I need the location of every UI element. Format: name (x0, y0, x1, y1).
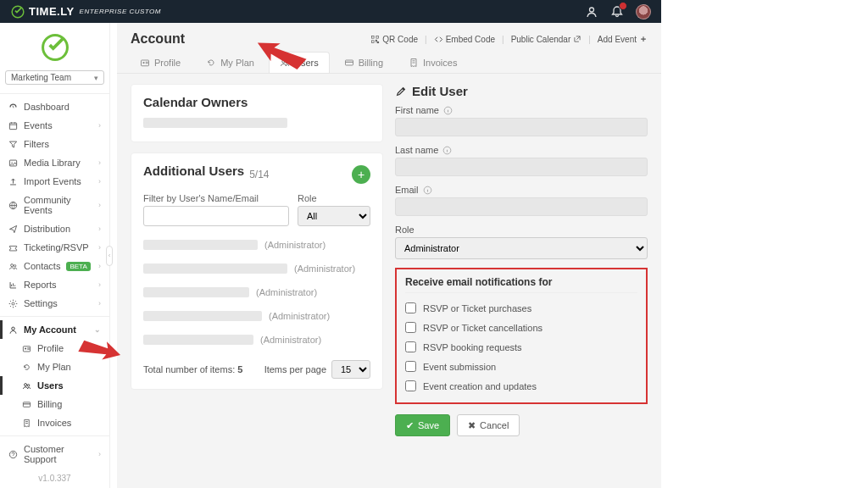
info-icon[interactable] (423, 186, 432, 195)
redacted-text (143, 335, 253, 345)
info-icon[interactable] (442, 146, 452, 155)
sidebar-logo[interactable] (0, 31, 109, 64)
save-button[interactable]: ✔ Save (395, 414, 450, 436)
items-per-page-label: Items per page (264, 364, 326, 374)
checkbox-label: RSVP booking requests (423, 342, 522, 352)
sidebar-item-distribution[interactable]: Distribution› (0, 219, 109, 238)
brand-logo[interactable]: TIME.LY ENTERPRISE CUSTOM (10, 4, 161, 19)
checkbox-input[interactable] (405, 341, 416, 352)
main-content: Account QR Code | Embed Code | Public Ca… (117, 23, 661, 488)
sidebar-item-label: Invoices (37, 418, 71, 428)
sidebar-item-media-library[interactable]: Media Library› (0, 153, 109, 172)
items-per-page-select[interactable]: 15 (331, 360, 370, 379)
sidebar-sub-my-plan[interactable]: My Plan (0, 358, 109, 376)
sidebar-support[interactable]: Customer Support› (0, 440, 109, 469)
edit-user-title: Edit User (395, 84, 648, 98)
notification-checkbox[interactable]: Event creation and updates (405, 376, 637, 396)
email-input[interactable] (395, 197, 648, 216)
checkbox-label: Event creation and updates (423, 381, 537, 391)
info-icon[interactable] (443, 106, 453, 115)
send-icon (8, 225, 18, 234)
user-role: (Administrator) (256, 287, 317, 297)
sidebar-sub-billing[interactable]: Billing (0, 395, 109, 413)
qr-code-link[interactable]: QR Code (370, 35, 418, 44)
checkbox-label: Event submission (423, 362, 496, 372)
image-icon (8, 158, 18, 168)
checkbox-label: RSVP or Ticket purchases (423, 303, 531, 313)
gear-icon (8, 299, 18, 308)
tab-my-plan[interactable]: My Plan (195, 52, 265, 73)
sidebar-item-community-events[interactable]: Community Events› (0, 191, 109, 219)
last-name-input[interactable] (395, 158, 648, 176)
calendar-owners-title: Calendar Owners (143, 95, 370, 109)
checkbox-input[interactable] (405, 380, 416, 391)
sidebar-item-label: Media Library (24, 158, 81, 168)
tab-invoices[interactable]: Invoices (398, 52, 468, 73)
role-select[interactable]: Administrator (395, 237, 648, 259)
receipt-icon (22, 419, 31, 428)
sidebar-item-label: Contacts (24, 261, 60, 271)
notification-checkbox[interactable]: RSVP or Ticket purchases (405, 298, 637, 318)
sidebar-item-contacts[interactable]: ContactsBETA› (0, 257, 109, 275)
gauge-icon (8, 103, 18, 112)
sidebar-item-label: Community Events (24, 195, 92, 215)
checkbox-input[interactable] (405, 322, 416, 333)
sidebar-item-label: Settings (24, 298, 58, 308)
ticket-icon (8, 243, 18, 252)
bell-icon[interactable] (610, 5, 624, 19)
sidebar-item-reports[interactable]: Reports› (0, 275, 109, 294)
user-role: (Administrator) (269, 311, 330, 321)
card-icon (344, 58, 354, 68)
upload-icon (8, 177, 18, 186)
add-user-button[interactable]: + (352, 165, 370, 184)
receipt-icon (409, 58, 419, 68)
sidebar-my-account[interactable]: My Account⌄ (0, 320, 109, 339)
sidebar-item-dashboard[interactable]: Dashboard (0, 97, 109, 116)
tab-label: Billing (359, 58, 383, 68)
filter-name-input[interactable] (143, 206, 289, 226)
avatar[interactable] (636, 4, 651, 19)
sidebar: Marketing Team DashboardEvents›FiltersMe… (0, 23, 110, 488)
calendar-icon (8, 121, 18, 130)
team-selector[interactable]: Marketing Team (5, 70, 104, 85)
notification-checkbox[interactable]: RSVP or Ticket cancellations (405, 318, 637, 337)
sidebar-sub-users[interactable]: Users (0, 376, 109, 395)
tab-users[interactable]: Users (269, 52, 330, 73)
account-icon[interactable] (585, 5, 598, 19)
filter-role-select[interactable]: All (298, 206, 370, 226)
public-calendar-link[interactable]: Public Calendar (511, 35, 582, 44)
sidebar-resize-handle[interactable]: ‹ (110, 23, 117, 488)
checkbox-input[interactable] (405, 302, 416, 313)
user-row[interactable]: (Administrator) (143, 328, 370, 352)
sidebar-sub-invoices[interactable]: Invoices (0, 413, 109, 432)
user-row[interactable]: (Administrator) (143, 304, 370, 328)
sidebar-item-filters[interactable]: Filters (0, 135, 109, 153)
user-row[interactable]: (Administrator) (143, 257, 370, 280)
user-row[interactable]: (Administrator) (143, 280, 370, 304)
add-event-link[interactable]: Add Event ＋ (598, 33, 648, 45)
sidebar-item-settings[interactable]: Settings› (0, 294, 109, 313)
notification-checkbox[interactable]: RSVP booking requests (405, 337, 637, 357)
cancel-button[interactable]: ✖ Cancel (457, 414, 520, 436)
people-icon (280, 58, 290, 68)
tab-profile[interactable]: Profile (129, 52, 192, 73)
email-label: Email (395, 185, 648, 195)
header-actions: QR Code | Embed Code | Public Calendar |… (370, 33, 648, 45)
sidebar-item-label: Filters (24, 139, 49, 149)
embed-code-link[interactable]: Embed Code (434, 35, 495, 44)
user-row[interactable]: (Administrator) (143, 233, 370, 257)
notification-checkbox[interactable]: Event submission (405, 357, 637, 376)
beta-badge: BETA (66, 262, 90, 271)
first-name-input[interactable] (395, 118, 648, 136)
sidebar-item-label: Import Events (24, 176, 81, 186)
checkbox-input[interactable] (405, 361, 416, 372)
sidebar-item-events[interactable]: Events› (0, 116, 109, 135)
sidebar-item-ticketing-rsvp[interactable]: Ticketing/RSVP› (0, 238, 109, 257)
sidebar-item-import-events[interactable]: Import Events› (0, 172, 109, 191)
redacted-text (143, 240, 258, 250)
sidebar-sub-profile[interactable]: Profile (0, 339, 109, 358)
total-items-label: Total number of items: 5 (143, 364, 242, 374)
tab-billing[interactable]: Billing (333, 52, 394, 73)
calendar-owners-card: Calendar Owners (131, 84, 383, 142)
idcard-icon (140, 58, 150, 68)
